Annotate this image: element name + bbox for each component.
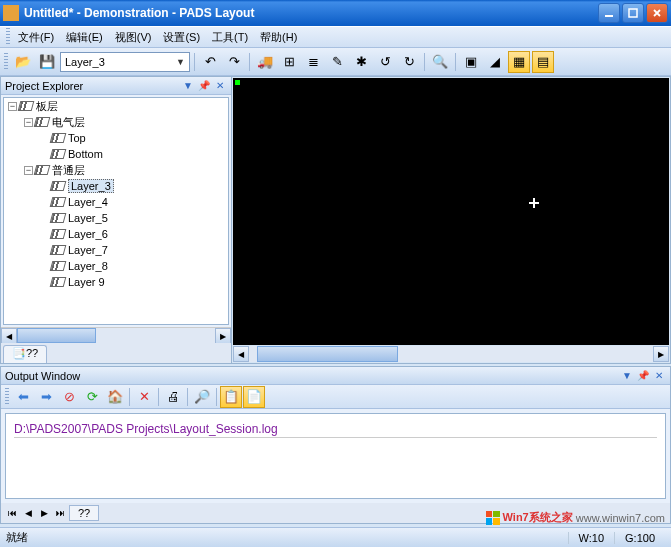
highlight2-button[interactable]: ▤ <box>532 51 554 73</box>
tree-label: 板层 <box>36 99 58 114</box>
watermark: Win7系统之家 www.winwin7.com <box>486 510 665 525</box>
back-button[interactable]: ⬅ <box>12 386 34 408</box>
select-button[interactable]: ▣ <box>460 51 482 73</box>
tree-label: Top <box>68 132 86 144</box>
separator <box>129 388 130 406</box>
undo-button[interactable]: ↶ <box>199 51 221 73</box>
last-tab-button[interactable]: ⏭ <box>53 506 67 520</box>
dropdown-icon[interactable]: ▼ <box>181 79 195 93</box>
next-button[interactable]: ↻ <box>398 51 420 73</box>
find-button[interactable]: 🔎 <box>191 386 213 408</box>
measure-button[interactable]: ◢ <box>484 51 506 73</box>
menu-view[interactable]: 视图(V) <box>109 28 158 47</box>
scroll-left-icon[interactable]: ◀ <box>233 346 249 362</box>
tree-node[interactable]: −板层 <box>4 98 228 114</box>
refresh-button[interactable]: ⟳ <box>81 386 103 408</box>
prev-button[interactable]: ↺ <box>374 51 396 73</box>
report2-button[interactable]: 📄 <box>243 386 265 408</box>
layer-icon <box>50 181 67 191</box>
home-button[interactable]: 🏠 <box>104 386 126 408</box>
minimize-button[interactable] <box>598 3 620 23</box>
status-g: G:100 <box>614 532 665 544</box>
tree-label: Layer_6 <box>68 228 108 240</box>
tree-node[interactable]: −电气层 <box>4 114 228 130</box>
layer-icon <box>50 149 67 159</box>
open-button[interactable]: 📂 <box>12 51 34 73</box>
menu-setup[interactable]: 设置(S) <box>157 28 206 47</box>
separator <box>158 388 159 406</box>
first-tab-button[interactable]: ⏮ <box>5 506 19 520</box>
menu-help[interactable]: 帮助(H) <box>254 28 303 47</box>
prev-tab-button[interactable]: ◀ <box>21 506 35 520</box>
tree-toggle-icon[interactable]: − <box>24 166 33 175</box>
scroll-right-icon[interactable]: ▶ <box>653 346 669 362</box>
tree-label: Layer 9 <box>68 276 105 288</box>
layer-selector[interactable]: Layer_3 ▼ <box>60 52 190 72</box>
output-toolbar: ⬅ ➡ ⊘ ⟳ 🏠 ✕ 🖨 🔎 📋 📄 <box>1 385 670 409</box>
tree-node[interactable]: Layer_3 <box>4 178 228 194</box>
separator <box>424 53 425 71</box>
scroll-left-icon[interactable]: ◀ <box>1 328 17 344</box>
tree-node[interactable]: Top <box>4 130 228 146</box>
tree-node[interactable]: Layer_7 <box>4 242 228 258</box>
save-button[interactable]: 💾 <box>36 51 58 73</box>
highlight1-button[interactable]: ▦ <box>508 51 530 73</box>
zoom-button[interactable]: 🔍 <box>429 51 451 73</box>
project-explorer-title: Project Explorer <box>5 80 83 92</box>
tree-toggle-icon[interactable]: − <box>8 102 17 111</box>
output-log[interactable]: D:\PADS2007\PADS Projects\Layout_Session… <box>5 413 666 499</box>
tree-node[interactable]: Layer_4 <box>4 194 228 210</box>
close-icon[interactable]: ✕ <box>652 369 666 383</box>
redo-button[interactable]: ↷ <box>223 51 245 73</box>
svg-rect-1 <box>629 9 637 17</box>
report1-button[interactable]: 📋 <box>220 386 242 408</box>
stop-button[interactable]: ⊘ <box>58 386 80 408</box>
print-button[interactable]: 🖨 <box>162 386 184 408</box>
close-icon[interactable]: ✕ <box>213 79 227 93</box>
tree-node[interactable]: −普通层 <box>4 162 228 178</box>
explorer-tab[interactable]: 📑?? <box>3 345 47 363</box>
menu-tools[interactable]: 工具(T) <box>206 28 254 47</box>
canvas-hscroll[interactable]: ◀ ▶ <box>233 346 669 362</box>
status-bar: 就绪 W:10 G:100 <box>0 527 671 547</box>
tree-node[interactable]: Layer_6 <box>4 226 228 242</box>
pin-icon[interactable]: 📌 <box>197 79 211 93</box>
place-button[interactable]: ✱ <box>350 51 372 73</box>
output-tab[interactable]: ?? <box>69 505 99 521</box>
tree-label: Layer_7 <box>68 244 108 256</box>
layers-button[interactable]: ≣ <box>302 51 324 73</box>
layer-selector-value: Layer_3 <box>65 56 105 68</box>
route-button[interactable]: ✎ <box>326 51 348 73</box>
tree-node[interactable]: Layer_8 <box>4 258 228 274</box>
grid-dots <box>234 79 668 344</box>
layer-icon <box>50 245 67 255</box>
next-tab-button[interactable]: ▶ <box>37 506 51 520</box>
component-button[interactable]: 🚚 <box>254 51 276 73</box>
delete-button[interactable]: ✕ <box>133 386 155 408</box>
layer-icon <box>50 197 67 207</box>
grid-button[interactable]: ⊞ <box>278 51 300 73</box>
crosshair-icon <box>529 198 539 208</box>
pin-icon[interactable]: 📌 <box>636 369 650 383</box>
status-w: W:10 <box>568 532 614 544</box>
design-canvas[interactable] <box>233 78 669 345</box>
status-ready: 就绪 <box>6 530 28 545</box>
menu-edit[interactable]: 编辑(E) <box>60 28 109 47</box>
maximize-button[interactable] <box>622 3 644 23</box>
tree-toggle-icon[interactable]: − <box>24 118 33 127</box>
layer-tree[interactable]: −板层−电气层TopBottom−普通层Layer_3Layer_4Layer_… <box>3 97 229 325</box>
separator <box>216 388 217 406</box>
layer-icon <box>50 261 67 271</box>
tree-label: Layer_4 <box>68 196 108 208</box>
close-button[interactable] <box>646 3 668 23</box>
tree-node[interactable]: Bottom <box>4 146 228 162</box>
log-line: D:\PADS2007\PADS Projects\Layout_Session… <box>14 422 657 438</box>
layer-icon <box>18 101 35 111</box>
menu-file[interactable]: 文件(F) <box>12 28 60 47</box>
scroll-right-icon[interactable]: ▶ <box>215 328 231 344</box>
tree-node[interactable]: Layer 9 <box>4 274 228 290</box>
tree-hscroll[interactable]: ◀ ▶ <box>1 327 231 343</box>
forward-button[interactable]: ➡ <box>35 386 57 408</box>
dropdown-icon[interactable]: ▼ <box>620 369 634 383</box>
tree-node[interactable]: Layer_5 <box>4 210 228 226</box>
